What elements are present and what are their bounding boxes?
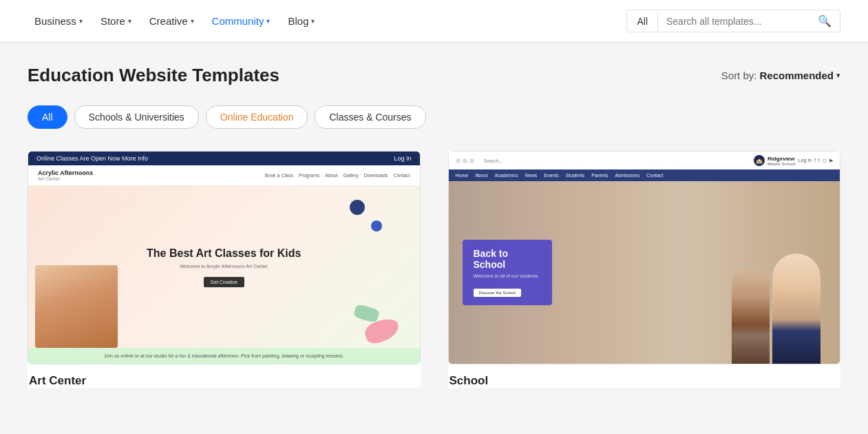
sch-dot-2: [463, 158, 467, 163]
search-filter-dropdown[interactable]: All: [627, 12, 658, 31]
search-icon[interactable]: 🔍: [809, 10, 840, 32]
search-input[interactable]: [658, 12, 809, 31]
chevron-creative: ▾: [191, 17, 194, 25]
sch-overlay-btn: Discover the School: [474, 289, 521, 297]
sch-nav-contact: Contact: [646, 173, 663, 178]
sch-overlay-box: Back to School Welcome to all of our stu…: [463, 240, 552, 306]
sch-brand-icon: 🏫: [754, 155, 765, 166]
sch-brand-sub: Middle School: [768, 162, 796, 166]
sch-nav-news: News: [525, 173, 538, 178]
template-preview-school: Search... 🏫 Ridgeview Middle School Log …: [448, 151, 841, 364]
nav-item-business[interactable]: Business ▾: [28, 10, 89, 32]
filter-tab-online[interactable]: Online Education: [206, 105, 308, 129]
sch-topbar: Search... 🏫 Ridgeview Middle School Log …: [449, 152, 840, 169]
sch-social-yt: ▶: [829, 158, 833, 163]
sch-social-ig: ◻: [823, 158, 827, 163]
main-content: Education Website Templates Sort by: Rec…: [0, 43, 868, 415]
ac-topbar: Online Classes Are Open Now More Info Lo…: [28, 152, 420, 165]
sch-social-tw: t: [818, 158, 820, 163]
ac-nav-links: Book a Class Programs About Gallery Down…: [265, 173, 410, 178]
nav-label-community: Community: [212, 15, 264, 27]
nav-right: All 🔍: [626, 10, 840, 32]
ac-nav-link-5: Downloads: [364, 173, 388, 178]
template-name-art-center: Art Center: [28, 374, 421, 388]
ac-hero-sub: Welcome to Acrylic Afternoons Art Center: [147, 264, 301, 269]
template-card-art-center[interactable]: Online Classes Are Open Now More Info Lo…: [28, 151, 421, 388]
nav-left: Business ▾ Store ▾ Creative ▾ Community …: [28, 10, 626, 32]
ac-blue-blob: [371, 220, 382, 231]
sch-person2: [732, 267, 770, 364]
template-card-school[interactable]: Search... 🏫 Ridgeview Middle School Log …: [448, 151, 841, 388]
nav-item-store[interactable]: Store ▾: [94, 10, 138, 32]
chevron-blog: ▾: [311, 17, 315, 25]
ac-nav-link-3: About: [325, 173, 337, 178]
sch-hero: Back to School Welcome to all of our stu…: [449, 181, 840, 364]
sch-dot-1: [456, 158, 461, 163]
sort-value[interactable]: Recommended: [759, 70, 834, 81]
school-preview: Search... 🏫 Ridgeview Middle School Log …: [449, 152, 840, 364]
ac-bottom-bar: Join us online or at our studio for a fu…: [28, 348, 420, 364]
filter-tabs: All Schools & Universities Online Educat…: [28, 105, 840, 129]
sch-window-dots: [456, 158, 474, 163]
sch-nav-home: Home: [456, 173, 469, 178]
sch-nav-academics: Academics: [494, 173, 518, 178]
template-name-school: School: [448, 374, 841, 388]
ac-hero-title: The Best Art Classes for Kids: [147, 247, 301, 261]
chevron-community: ▾: [266, 17, 270, 25]
sch-brand-text: Ridgeview Middle School: [768, 156, 796, 166]
page-title: Education Website Templates: [28, 65, 279, 86]
template-preview-art-center: Online Classes Are Open Now More Info Lo…: [28, 151, 421, 364]
sch-social-fb: f: [814, 158, 816, 163]
sch-nav: Home About Academics News Events Student…: [449, 169, 840, 181]
ac-nav-link-4: Gallery: [343, 173, 359, 178]
nav-item-blog[interactable]: Blog ▾: [281, 10, 321, 32]
ac-brand: Acrylic Afternoons Art Center: [38, 169, 93, 181]
nav-bar: Business ▾ Store ▾ Creative ▾ Community …: [0, 0, 868, 43]
sch-login-link: Log In: [798, 158, 812, 163]
nav-label-store: Store: [100, 15, 125, 27]
sch-nav-admissions: Admissions: [615, 173, 639, 178]
nav-label-creative: Creative: [149, 15, 188, 27]
filter-tab-all[interactable]: All: [28, 105, 67, 129]
search-area: All 🔍: [626, 10, 840, 32]
sch-overlay-sub: Welcome to all of our students: [474, 273, 541, 280]
nav-item-community[interactable]: Community ▾: [205, 10, 277, 32]
filter-tab-classes[interactable]: Classes & Courses: [315, 105, 425, 129]
art-center-preview: Online Classes Are Open Now More Info Lo…: [28, 152, 420, 364]
ac-nav-link-2: Programs: [299, 173, 319, 178]
sch-nav-events: Events: [544, 173, 558, 178]
sch-brand: 🏫 Ridgeview Middle School: [754, 155, 796, 166]
sch-person1: [772, 254, 821, 364]
ac-cta-button: Get Creative: [204, 277, 244, 287]
sort-label: Sort by:: [721, 70, 757, 81]
sch-search-bar: Search...: [477, 158, 751, 163]
chevron-store: ▾: [128, 17, 131, 25]
sch-nav-students: Students: [566, 173, 585, 178]
ac-nav-link-6: Contact: [393, 173, 410, 178]
template-grid: Online Classes Are Open Now More Info Lo…: [28, 151, 840, 388]
sch-nav-parents: Parents: [591, 173, 608, 178]
sort-area: Sort by: Recommended ▾: [721, 70, 840, 81]
ac-nav: Acrylic Afternoons Art Center Book a Cla…: [28, 165, 420, 186]
ac-nav-link-1: Book a Class: [265, 173, 293, 178]
ac-topbar-right: Log In: [394, 155, 411, 162]
ac-hero-text: The Best Art Classes for Kids Welcome to…: [147, 247, 301, 288]
chevron-business: ▾: [79, 17, 83, 25]
nav-item-creative[interactable]: Creative ▾: [142, 10, 201, 32]
nav-label-blog: Blog: [288, 15, 308, 27]
filter-tab-schools[interactable]: Schools & Universities: [74, 105, 199, 129]
ac-brand-sub: Art Center: [38, 176, 93, 181]
nav-label-business: Business: [34, 15, 76, 27]
sch-brand-name: Ridgeview: [768, 156, 796, 162]
sch-overlay-title: Back to School: [474, 248, 541, 270]
sch-social-icons: Log In f t ◻ ▶: [798, 158, 833, 163]
sch-nav-about: About: [475, 173, 487, 178]
sort-chevron-icon: ▾: [836, 71, 840, 80]
ac-dark-blob: [350, 200, 365, 215]
sch-dot-3: [469, 158, 474, 163]
ac-photo: [35, 265, 118, 348]
ac-green-shape: [353, 304, 380, 323]
ac-topbar-left: Online Classes Are Open Now More Info: [36, 155, 148, 162]
ac-photo-inner: [35, 265, 118, 348]
page-header: Education Website Templates Sort by: Rec…: [28, 65, 840, 86]
